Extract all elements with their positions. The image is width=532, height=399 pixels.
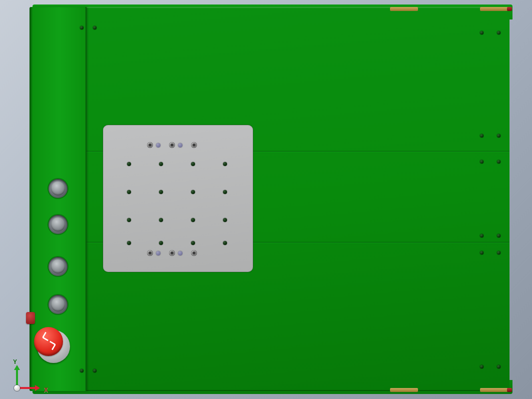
edge-insert [507,388,512,392]
tapped-hole [159,190,163,194]
fastener [480,234,484,238]
tapped-hole [127,218,131,222]
tapped-hole [223,162,227,166]
mounting-plate [103,125,253,272]
tapped-hole [127,241,131,245]
countersunk-hole [147,142,153,148]
pushbutton-well[interactable] [48,179,68,198]
x-axis-icon [17,387,39,389]
fastener [80,26,84,30]
plug-hole [178,143,182,148]
triad-origin-icon [14,385,20,391]
plug-hole [156,143,160,148]
pushbutton-well[interactable] [48,215,68,234]
emergency-stop-button[interactable] [34,327,63,356]
fastener [93,26,96,30]
fastener [497,365,500,368]
fastener [480,251,484,254]
fastener [480,31,484,34]
x-axis-label: X [44,387,48,393]
axis-triad-icon[interactable]: X Y [11,359,46,394]
edge-insert [390,388,418,392]
plug-hole [156,251,160,256]
fastener [497,160,500,164]
edge-insert [507,7,512,11]
tapped-hole [127,162,131,166]
side-indicator [26,312,35,324]
fastener [497,31,500,34]
plug-hole [178,251,182,256]
tapped-hole [159,218,163,222]
fastener [480,365,484,368]
fastener [497,134,500,138]
fastener [497,234,500,238]
tapped-hole [159,241,163,245]
pushbutton-well[interactable] [48,295,68,314]
fastener [480,160,484,164]
tapped-hole [191,162,195,166]
tapped-hole [223,190,227,194]
countersunk-hole [169,250,175,256]
edge-insert [480,7,508,11]
countersunk-hole [169,142,175,148]
countersunk-hole [191,142,197,148]
tapped-hole [191,190,195,194]
edge-insert [390,7,418,11]
countersunk-hole [147,250,153,256]
cad-viewport[interactable]: X Y [0,0,532,399]
tapped-hole [223,241,227,245]
fastener [480,134,484,138]
tapped-hole [159,162,163,166]
countersunk-hole [191,250,197,256]
pushbutton-well[interactable] [48,257,68,276]
edge-insert [480,388,508,392]
tapped-hole [127,190,131,194]
tapped-hole [223,218,227,222]
fastener [80,369,84,372]
tapped-hole [191,218,195,222]
tapped-hole [191,241,195,245]
fastener [497,251,500,254]
fastener [93,369,96,372]
y-axis-label: Y [13,359,17,365]
